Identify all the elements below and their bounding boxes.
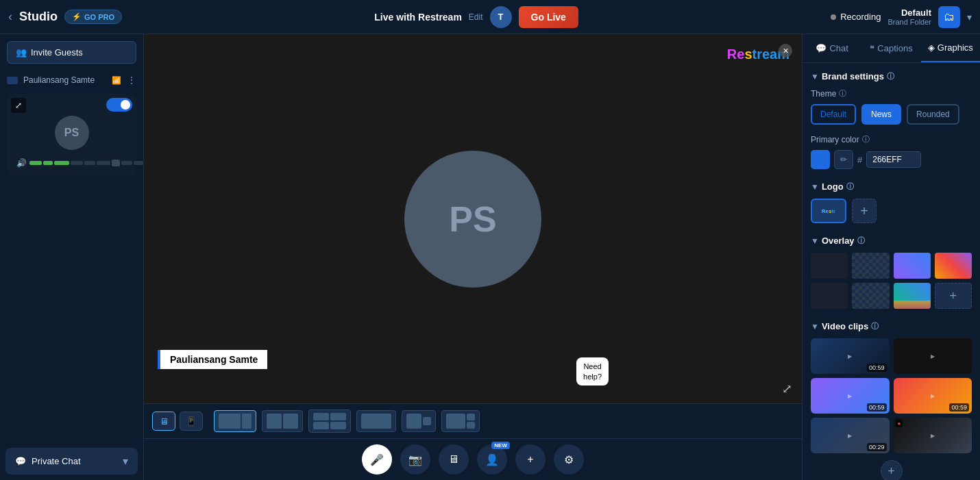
clip-thumb-6[interactable]: ▶ ● (894, 418, 972, 453)
layout-option-1[interactable] (214, 410, 256, 432)
lc-2 (330, 413, 346, 420)
overlay-collapse-button[interactable]: ▼ (811, 236, 819, 246)
gopro-badge[interactable]: ⚡ GO PRO (64, 10, 122, 24)
controls-bar: 🎤 📷 🖥 👤 NEW + ⚙ (144, 438, 802, 480)
color-value[interactable]: 266EFF (866, 151, 921, 168)
close-overlay-button[interactable]: ✕ (779, 44, 792, 58)
toggle-label[interactable] (106, 98, 132, 112)
theme-news-button[interactable]: News (861, 104, 901, 125)
overlay-thumb-4[interactable] (935, 253, 972, 279)
brand-info-icon[interactable]: ⓘ (887, 71, 894, 81)
layout-option-4[interactable] (356, 410, 396, 432)
clip-thumb-2[interactable]: ▶ (894, 338, 972, 374)
captions-tab-label: Captions (877, 43, 912, 53)
clip-thumb-4[interactable]: ▶ 00:59 (894, 378, 972, 414)
desktop-view-button[interactable]: 🖥 (152, 412, 175, 431)
clip-thumb-5[interactable]: ▶ 00:29 (811, 418, 890, 453)
tab-chat[interactable]: 💬 Chat (803, 35, 861, 62)
toggle-switch[interactable] (106, 98, 132, 112)
logo-grid: Restr + (811, 199, 972, 223)
captions-tab-icon: ❝ (870, 43, 874, 53)
right-panel-content: ▼ Brand settings ⓘ Theme ⓘ Default News … (803, 63, 980, 480)
logo-collapse-button[interactable]: ▼ (811, 182, 819, 192)
overlay-thumb-5[interactable] (811, 283, 848, 309)
overlay-section: ▼ Overlay ⓘ + (811, 236, 972, 309)
theme-info-icon[interactable]: ⓘ (839, 88, 846, 99)
audio-levels (29, 160, 143, 166)
theme-sub-label: Theme ⓘ (811, 88, 972, 99)
layout-option-2[interactable] (262, 410, 303, 432)
clip-thumb-3[interactable]: ▶ 00:59 (811, 378, 890, 414)
add-button[interactable]: + (515, 444, 546, 475)
more-options-button[interactable]: ⋮ (127, 75, 136, 86)
expand-button[interactable]: ⤢ (11, 98, 26, 113)
add-clip-button[interactable]: + (881, 460, 903, 480)
theme-rounded-button[interactable]: Rounded (907, 104, 959, 125)
video-clips-label: Video clips (822, 321, 868, 331)
presenter-name-bar: Pauliansang Samte (158, 350, 267, 369)
invite-guests-button[interactable]: 👥 Invite Guests (7, 41, 136, 64)
fullscreen-button[interactable]: ⤢ (782, 381, 792, 396)
logo-info-icon[interactable]: ⓘ (846, 181, 854, 192)
overlay-info-icon[interactable]: ⓘ (857, 236, 865, 246)
overlay-add-button[interactable]: + (935, 283, 972, 309)
video-clips-section: ▼ Video clips ⓘ ▶ 00:59 ▶ ▶ 00:59 (811, 321, 972, 480)
invite-icon: 👥 (16, 47, 27, 58)
clips-info-icon[interactable]: ⓘ (871, 321, 879, 331)
color-edit-button[interactable]: ✏ (834, 150, 853, 169)
brand-settings-title: ▼ Brand settings ⓘ (811, 71, 972, 81)
folder-name: Default (901, 8, 931, 18)
studio-title: Studio (19, 10, 58, 24)
mobile-view-button[interactable]: 📱 (180, 412, 203, 431)
tab-graphics[interactable]: ◈ Graphics (921, 34, 980, 62)
primary-color-info-icon[interactable]: ⓘ (862, 134, 870, 144)
go-live-button[interactable]: Go Live (519, 6, 578, 28)
chat-tab-label: Chat (829, 43, 848, 53)
logo-add-button[interactable]: + (852, 199, 877, 223)
layout-option-6[interactable] (441, 410, 480, 432)
guest-card: ⤢ PS 🔊 (7, 94, 136, 176)
overlay-thumb-1[interactable] (811, 253, 848, 279)
camera-button[interactable]: 📷 (400, 444, 430, 475)
clip1-duration: 00:59 (867, 364, 887, 372)
chevron-button[interactable]: ▾ (967, 12, 972, 23)
color-swatch[interactable] (811, 150, 830, 169)
overlay-thumb-3[interactable] (894, 253, 931, 279)
gopro-icon: ⚡ (72, 12, 82, 21)
tab-captions[interactable]: ❝ Captions (861, 35, 920, 62)
screen-share-button[interactable]: 🖥 (439, 444, 469, 475)
need-help-button[interactable]: Need help? (576, 357, 609, 386)
add-guest-button[interactable]: 👤 NEW (477, 444, 507, 475)
right-panel: 💬 Chat ❝ Captions ◈ Graphics ▼ Brand set… (802, 34, 980, 480)
overlay-thumb-6[interactable] (852, 283, 889, 309)
brand-collapse-button[interactable]: ▼ (811, 72, 819, 81)
overlay-thumb-2[interactable] (852, 253, 889, 279)
brand-label: Brand settings (822, 71, 884, 81)
add-icon: + (527, 453, 533, 466)
layout-cell-2-1 (267, 414, 282, 429)
layout-option-5[interactable] (402, 410, 436, 432)
guest-screen-icon (7, 77, 18, 84)
signal-icon: 📶 (112, 76, 121, 85)
microphone-button[interactable]: 🎤 (362, 444, 392, 475)
clip-thumb-1[interactable]: ▶ 00:59 (811, 338, 890, 374)
primary-color-sub-label: Primary color ⓘ (811, 134, 972, 144)
theme-default-button[interactable]: Default (811, 104, 856, 125)
color-row: ✏ # 266EFF (811, 150, 972, 169)
clip2-icon: ▶ (931, 353, 935, 359)
layout-option-3[interactable] (308, 409, 351, 433)
edit-link[interactable]: Edit (469, 12, 483, 22)
back-button[interactable]: ‹ (8, 10, 12, 24)
private-chat-bar[interactable]: 💬 Private Chat ▾ (5, 448, 138, 475)
screen-icon: 🖥 (448, 453, 459, 466)
level-7 (121, 161, 132, 165)
private-chat-chevron: ▾ (123, 455, 128, 468)
logo-thumbnail[interactable]: Restr (811, 199, 846, 223)
settings-button[interactable]: ⚙ (554, 444, 584, 475)
clips-collapse-button[interactable]: ▼ (811, 322, 819, 331)
theme-label: Theme (811, 89, 836, 99)
overlay-title: ▼ Overlay ⓘ (811, 236, 972, 246)
folder-button[interactable]: 🗂 (938, 6, 960, 28)
overlay-thumb-7[interactable] (894, 283, 931, 309)
user-avatar[interactable]: T (490, 6, 512, 28)
